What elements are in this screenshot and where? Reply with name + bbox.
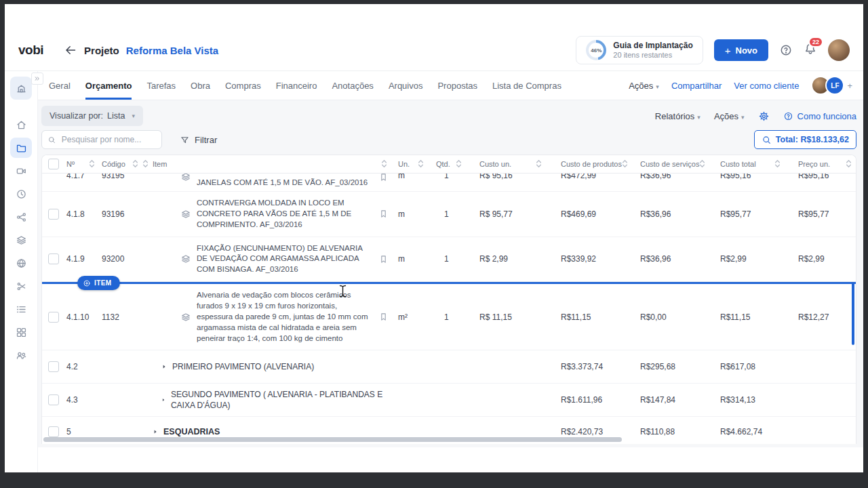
- gear-icon[interactable]: [758, 110, 770, 122]
- globe-icon: [16, 258, 27, 269]
- user-avatar[interactable]: [828, 39, 850, 61]
- tab-compras[interactable]: Compras: [225, 71, 261, 100]
- column-header-codigo[interactable]: Código: [99, 159, 142, 169]
- tab-geral[interactable]: Geral: [49, 71, 71, 100]
- column-header-qtd[interactable]: Qtd.: [428, 159, 466, 169]
- select-all-checkbox[interactable]: [48, 159, 59, 169]
- column-header-custo_un[interactable]: Custo un.: [466, 159, 546, 169]
- tab-label: Arquivos: [389, 81, 423, 91]
- add-item-button[interactable]: ITEM: [77, 276, 120, 290]
- cell-custo_total: R$95,16: [706, 174, 785, 180]
- cell-custo_total: R$2,99: [706, 254, 785, 264]
- table-row[interactable]: 4.1.993200FIXAÇÃO (ENCUNHAMENTO) DE ALVE…: [42, 237, 856, 283]
- bookmark-icon[interactable]: [378, 312, 389, 322]
- search-input[interactable]: [60, 134, 156, 145]
- column-header-un[interactable]: Un.: [393, 159, 428, 169]
- acoes-dropdown[interactable]: Ações▾: [629, 81, 659, 91]
- new-button[interactable]: + Novo: [714, 39, 768, 61]
- bookmark-icon[interactable]: [378, 254, 389, 264]
- sidebar-item-apps[interactable]: [10, 322, 32, 342]
- cell-custo_produtos: R$1.611,96: [546, 395, 627, 405]
- tab-lista-de-compras[interactable]: Lista de Compras: [492, 71, 561, 100]
- sidebar-expand-button[interactable]: [31, 73, 43, 85]
- tab-arquivos[interactable]: Arquivos: [389, 71, 423, 100]
- sort-icon: [142, 159, 149, 169]
- sort-icon: [418, 159, 424, 169]
- compartilhar-button[interactable]: Compartilhar: [671, 81, 722, 91]
- sidebar-item-lists[interactable]: [10, 299, 32, 319]
- row-checkbox[interactable]: [48, 253, 59, 264]
- tab-tarefas[interactable]: Tarefas: [146, 71, 176, 100]
- sidebar-item-team[interactable]: [10, 345, 32, 365]
- share-nodes-icon: [16, 211, 27, 223]
- row-checkbox[interactable]: [48, 209, 59, 220]
- back-arrow-icon[interactable]: [64, 43, 77, 57]
- sidebar-item-project[interactable]: [10, 77, 32, 100]
- tab-financeiro[interactable]: Financeiro: [276, 71, 317, 100]
- implementation-guide-widget[interactable]: 46% Guia de Implantação 20 itens restant…: [576, 36, 703, 64]
- chevron-down-icon: ▾: [656, 83, 659, 90]
- sidebar-item-history[interactable]: [10, 184, 32, 204]
- sidebar-item-projects[interactable]: [10, 138, 32, 158]
- sort-icon: [456, 159, 462, 169]
- column-header-item[interactable]: Item: [142, 159, 393, 169]
- column-header-preco_un[interactable]: Preço un.: [785, 159, 856, 169]
- table-body: 4.1.793195JANELAS COM ATÉ 1,5 M DE VÃO. …: [42, 174, 856, 444]
- add-collaborator-button[interactable]: +: [847, 81, 852, 91]
- expand-caret-icon[interactable]: [152, 428, 159, 435]
- tab-label: Anotações: [332, 81, 373, 91]
- list-icon: [16, 304, 27, 315]
- bookmark-icon[interactable]: [378, 209, 389, 219]
- notifications-button[interactable]: 22: [804, 42, 817, 58]
- tab-anotacoes[interactable]: Anotações: [332, 71, 373, 100]
- row-checkbox[interactable]: [48, 312, 59, 323]
- sidebar-item-materials[interactable]: [10, 230, 32, 250]
- cell-preco_un: R$95,77: [785, 209, 856, 219]
- cell-qtd: 1: [428, 312, 466, 322]
- sidebar-item-tools[interactable]: [10, 276, 32, 296]
- table-row[interactable]: 4.1.893196CONTRAVERGA MOLDADA IN LOCO EM…: [42, 192, 856, 237]
- view-mode-label: Visualizar por:: [50, 111, 103, 121]
- cell-qtd: 1: [428, 254, 466, 264]
- item-description: Alvenaria de vedação com blocos cerâmico…: [191, 284, 378, 350]
- sidebar-item-web[interactable]: [10, 253, 32, 273]
- sidebar-item-home[interactable]: [10, 115, 32, 135]
- expand-caret-icon[interactable]: [161, 396, 166, 403]
- filter-label: Filtrar: [195, 135, 217, 145]
- relatorios-dropdown[interactable]: Relatórios▾: [655, 111, 701, 121]
- sidebar-item-connections[interactable]: [10, 207, 32, 227]
- collaborator-avatar-initials[interactable]: LF: [825, 76, 844, 95]
- sidebar-item-media[interactable]: [10, 161, 32, 181]
- tab-propostas[interactable]: Propostas: [437, 71, 477, 100]
- filter-button[interactable]: Filtrar: [180, 135, 217, 145]
- cell-item: Alvenaria de vedação com blocos cerâmico…: [142, 284, 393, 350]
- row-checkbox[interactable]: [48, 361, 59, 372]
- table-row[interactable]: 4.1.101132Alvenaria de vedação com bloco…: [42, 284, 856, 350]
- table-row[interactable]: 4.2PRIMEIRO PAVIMENTO (ALVENARIA)R$3.373…: [42, 350, 856, 384]
- vertical-scrollbar-thumb[interactable]: [852, 283, 854, 345]
- cell-no: 4.2: [65, 362, 99, 371]
- row-checkbox[interactable]: [48, 394, 59, 405]
- column-header-custo_produtos[interactable]: Custo de produtos: [546, 159, 627, 169]
- column-header-custo_servicos[interactable]: Custo de serviços: [627, 159, 706, 169]
- horizontal-scrollbar-thumb[interactable]: [43, 437, 622, 442]
- table-row[interactable]: 4.3SEGUNDO PAVIMENTO ( ALVENARIA - PLATI…: [42, 384, 856, 417]
- acoes-table-dropdown[interactable]: Ações▾: [714, 111, 745, 121]
- column-header-no[interactable]: Nº: [65, 159, 99, 169]
- bookmark-icon[interactable]: [378, 174, 389, 182]
- total-chip[interactable]: Total: R$18.133,62: [754, 130, 856, 149]
- ver-como-cliente-button[interactable]: Ver como cliente: [734, 81, 799, 91]
- table-row[interactable]: 4.1.793195JANELAS COM ATÉ 1,5 M DE VÃO. …: [42, 174, 856, 192]
- cell-codigo: 93196: [99, 209, 142, 219]
- view-mode-dropdown[interactable]: Visualizar por: Lista ▾: [41, 106, 143, 126]
- tab-orcamento[interactable]: Orçamento: [85, 71, 132, 100]
- column-header-custo_total[interactable]: Custo total: [706, 159, 785, 169]
- tab-obra[interactable]: Obra: [191, 71, 210, 100]
- expand-caret-icon[interactable]: [161, 363, 167, 370]
- como-funciona-link[interactable]: Como funciona: [783, 111, 856, 121]
- help-icon[interactable]: [779, 43, 793, 57]
- progress-percent: 46%: [586, 40, 606, 60]
- cell-custo_total: R$95,77: [706, 209, 785, 219]
- magnifier-icon: [762, 135, 772, 145]
- row-checkbox[interactable]: [48, 426, 59, 437]
